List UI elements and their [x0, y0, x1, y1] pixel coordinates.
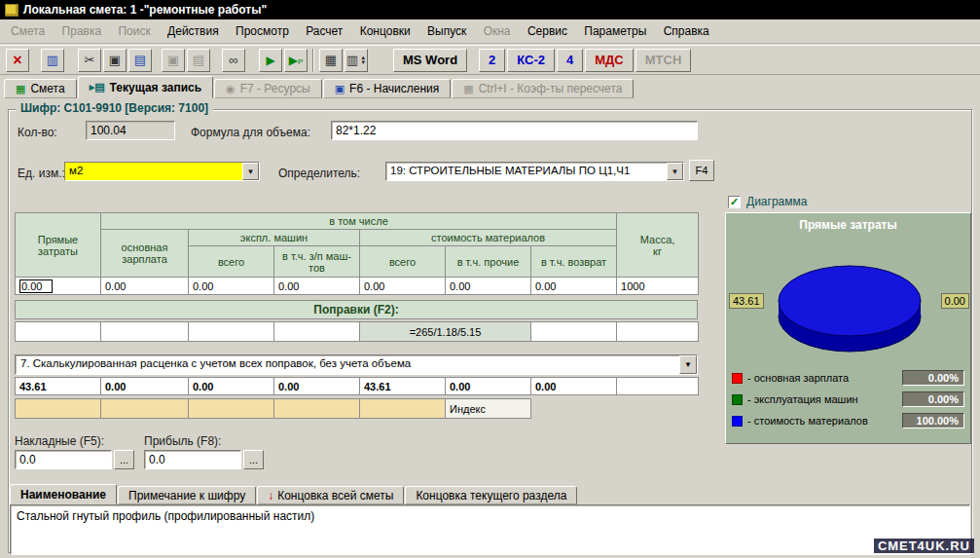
description-textarea[interactable]: Стальной гнутый профиль (профилированный… — [10, 504, 970, 555]
menu-dejstviya[interactable]: Действия — [161, 19, 226, 44]
legend-item: - эксплуатация машин 0.00% — [732, 389, 964, 410]
window-title: Локальная смета: 1 -"ремонтные работы" — [23, 3, 267, 17]
mds-button[interactable]: МДС — [585, 49, 633, 72]
menu-raschet[interactable]: Расчет — [299, 19, 349, 44]
determiner-combobox[interactable]: 19: СТРОИТЕЛЬНЫЕ МАТЕРИАЛЫ ПО Ц1,Ч1 ▼ — [385, 162, 684, 181]
bottom-tabbar: Наименование Примечание к шифру ↓ Концов… — [10, 484, 970, 504]
index-label: Индекс — [446, 399, 531, 419]
col-header-mat-other: в т.ч. прочие — [446, 246, 531, 278]
volume-formula-input[interactable]: 82*1.22 — [331, 121, 698, 140]
cell-mat-total[interactable]: 0.00 — [360, 278, 446, 295]
find-button[interactable]: ∞ — [222, 49, 245, 72]
menu-prosmotr[interactable]: Просмотр — [229, 19, 296, 44]
record-group-title: Шифр: С101-9910 [Версия: 7100] — [16, 101, 213, 115]
recalculate-button[interactable]: ▶Р — [284, 49, 308, 72]
copy-icon: ▣ — [109, 54, 121, 66]
popravki-row: =265/1.18/5.15 — [15, 321, 699, 342]
menu-parametry[interactable]: Параметры — [577, 19, 653, 44]
menu-okna[interactable]: Окна — [477, 19, 518, 44]
result-direct: 43.61 — [16, 378, 101, 395]
qty-input[interactable]: 100.04 — [86, 121, 175, 140]
tab-f6-accruals[interactable]: ▣ F6 - Начисления — [323, 79, 452, 98]
popravka-formula-cell[interactable]: =265/1.18/5.15 — [360, 322, 531, 342]
ks2-button[interactable]: КС-2 — [507, 49, 555, 72]
index-cell[interactable] — [360, 399, 446, 419]
table-settings-button[interactable]: ▥▲▼ — [345, 49, 368, 72]
menu-smeta[interactable]: Смета — [4, 19, 52, 44]
cell-mat-return[interactable]: 0.00 — [531, 278, 617, 295]
popravka-cell[interactable] — [189, 322, 274, 342]
menu-vypusk[interactable]: Выпуск — [420, 19, 473, 44]
cell-mach-zp[interactable]: 0.00 — [274, 278, 360, 295]
tab-ending-current-section[interactable]: Концовка текущего раздела — [405, 486, 577, 504]
f4-button[interactable]: F4 — [689, 160, 714, 181]
cell-mat-other[interactable]: 0.00 — [446, 278, 531, 295]
legend-value: 0.00% — [902, 370, 964, 386]
tab-name[interactable]: Наименование — [10, 484, 117, 504]
tab-note-to-code[interactable]: Примечание к шифру — [118, 486, 256, 504]
index-cell[interactable] — [16, 399, 101, 419]
chevron-down-icon[interactable]: ▼ — [242, 163, 259, 180]
popravka-cell[interactable] — [101, 322, 189, 342]
index-row: Индекс — [15, 398, 699, 419]
app-window: Локальная смета: 1 -"ремонтные работы" С… — [0, 0, 980, 558]
index-cell[interactable] — [189, 399, 274, 419]
coefficients-icon: ▦ — [463, 83, 473, 95]
profit-browse-button[interactable]: ... — [243, 450, 264, 469]
tab-f7-resources: ◉ F7 - Ресурсы — [214, 79, 322, 98]
index-cell[interactable] — [101, 399, 189, 419]
cell-mach-total[interactable]: 0.00 — [189, 278, 274, 295]
costs-table: Прямые затраты в том числе Масса, кг осн… — [15, 212, 699, 295]
report-2-button[interactable]: 2 — [479, 49, 505, 72]
delete-record-button[interactable]: × — [6, 49, 29, 72]
calculate-button[interactable]: ▶ — [259, 49, 282, 72]
menu-pravka[interactable]: Правка — [55, 19, 109, 44]
col-header-mat-return: в т.ч. возврат — [531, 246, 617, 278]
overhead-browse-button[interactable]: ... — [114, 450, 134, 469]
result-salary: 0.00 — [101, 378, 189, 395]
chart-panel: Прямые затраты 43.61 0.00 - основная зар… — [725, 212, 971, 444]
unit-combobox[interactable]: м2 ▼ — [64, 162, 260, 181]
calc-mode-select[interactable]: 7. Скалькулированная расценка с учетом в… — [15, 354, 698, 375]
spinner-icon: ▲▼ — [360, 56, 366, 65]
menu-koncovki[interactable]: Концовки — [353, 19, 417, 44]
report-4-button[interactable]: 4 — [557, 49, 583, 72]
paste-button[interactable]: ▤ — [128, 49, 152, 72]
insert-record-button[interactable]: ▥ — [41, 49, 64, 72]
play-p-icon: ▶Р — [289, 55, 304, 66]
menu-poisk[interactable]: Поиск — [111, 19, 157, 44]
app-icon — [5, 4, 18, 17]
popravka-cell[interactable] — [16, 322, 101, 342]
chevron-down-icon[interactable]: ▼ — [679, 355, 697, 374]
profit-input[interactable]: 0.0 — [144, 450, 241, 469]
result-mat-return: 0.00 — [531, 378, 617, 395]
grid-view-button[interactable]: ▦ — [319, 49, 343, 72]
cell-salary[interactable]: 0.00 — [101, 278, 189, 295]
chart-right-value: 0.00 — [941, 293, 969, 309]
copy-button[interactable]: ▣ — [103, 49, 127, 72]
cut-button[interactable]: ✂ — [78, 49, 101, 72]
overhead-input[interactable]: 0.0 — [15, 450, 112, 469]
ms-word-button[interactable]: MS Word — [393, 49, 467, 72]
arrow-down-icon: ↓ — [268, 489, 273, 502]
tab-ending-all-estimate[interactable]: ↓ Концовка всей сметы — [257, 486, 404, 504]
popravka-cell[interactable] — [617, 322, 699, 342]
pie-chart: 43.61 0.00 — [726, 237, 972, 361]
tab-current-record[interactable]: ▸▤ Текущая запись — [78, 76, 213, 98]
record-arrow-icon: ▸▤ — [90, 81, 105, 93]
menu-servis[interactable]: Сервис — [521, 19, 574, 44]
cell-mass[interactable]: 1000 — [617, 278, 699, 295]
diagram-checkbox[interactable]: ✓ — [728, 196, 741, 208]
result-mat-other: 0.00 — [446, 378, 531, 395]
cell-direct[interactable]: 0.00 — [16, 278, 101, 295]
chevron-down-icon[interactable]: ▼ — [667, 163, 683, 180]
legend-value: 100.00% — [902, 413, 964, 428]
insert-record-icon: ▥ — [47, 54, 58, 66]
toolbar-separator — [312, 49, 314, 72]
popravka-cell[interactable] — [274, 322, 360, 342]
paste-icon: ▤ — [134, 54, 146, 66]
menu-spravka[interactable]: Справка — [657, 19, 716, 44]
tab-smeta[interactable]: ▦ Смета — [4, 79, 77, 98]
popravka-cell[interactable] — [531, 322, 617, 342]
index-cell[interactable] — [274, 399, 360, 419]
